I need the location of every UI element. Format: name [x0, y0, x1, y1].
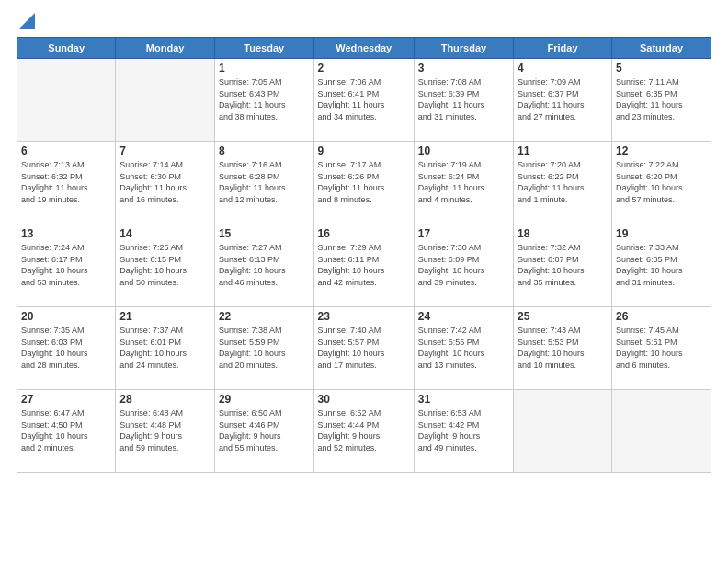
day-number: 8 [219, 144, 310, 157]
day-number: 20 [21, 310, 111, 323]
page: SundayMondayTuesdayWednesdayThursdayFrid… [0, 0, 728, 563]
day-detail: Sunrise: 7:25 AM Sunset: 6:15 PM Dayligh… [119, 242, 210, 288]
calendar-cell: 17Sunrise: 7:30 AM Sunset: 6:09 PM Dayli… [414, 224, 513, 307]
week-row-4: 20Sunrise: 7:35 AM Sunset: 6:03 PM Dayli… [17, 307, 711, 390]
day-detail: Sunrise: 7:20 AM Sunset: 6:22 PM Dayligh… [518, 159, 608, 205]
weekday-header-sunday: Sunday [17, 38, 116, 59]
day-detail: Sunrise: 6:47 AM Sunset: 4:50 PM Dayligh… [21, 408, 111, 454]
day-number: 30 [318, 393, 410, 406]
header [17, 17, 711, 29]
day-detail: Sunrise: 7:16 AM Sunset: 6:28 PM Dayligh… [219, 159, 310, 205]
day-number: 13 [21, 227, 111, 240]
day-detail: Sunrise: 7:32 AM Sunset: 6:07 PM Dayligh… [518, 242, 608, 288]
day-number: 27 [21, 393, 111, 406]
day-detail: Sunrise: 7:19 AM Sunset: 6:24 PM Dayligh… [418, 159, 509, 205]
day-number: 16 [318, 227, 410, 240]
calendar-cell [611, 390, 711, 473]
calendar-cell: 22Sunrise: 7:38 AM Sunset: 5:59 PM Dayli… [214, 307, 313, 390]
calendar-cell: 15Sunrise: 7:27 AM Sunset: 6:13 PM Dayli… [214, 224, 313, 307]
day-number: 7 [119, 144, 210, 157]
day-detail: Sunrise: 7:40 AM Sunset: 5:57 PM Dayligh… [318, 325, 410, 371]
calendar-cell: 4Sunrise: 7:09 AM Sunset: 6:37 PM Daylig… [514, 59, 612, 142]
day-number: 15 [219, 227, 310, 240]
day-detail: Sunrise: 7:33 AM Sunset: 6:05 PM Dayligh… [616, 242, 707, 288]
weekday-header-saturday: Saturday [611, 38, 711, 59]
calendar-cell [17, 59, 116, 142]
calendar-cell: 24Sunrise: 7:42 AM Sunset: 5:55 PM Dayli… [414, 307, 513, 390]
day-detail: Sunrise: 7:37 AM Sunset: 6:01 PM Dayligh… [119, 325, 210, 371]
calendar-cell: 1Sunrise: 7:05 AM Sunset: 6:43 PM Daylig… [214, 59, 313, 142]
day-detail: Sunrise: 7:14 AM Sunset: 6:30 PM Dayligh… [119, 159, 210, 205]
day-detail: Sunrise: 7:45 AM Sunset: 5:51 PM Dayligh… [616, 325, 707, 371]
day-number: 9 [318, 144, 410, 157]
calendar-cell: 7Sunrise: 7:14 AM Sunset: 6:30 PM Daylig… [116, 142, 215, 224]
calendar-cell [116, 59, 215, 142]
week-row-2: 6Sunrise: 7:13 AM Sunset: 6:32 PM Daylig… [17, 142, 711, 224]
day-detail: Sunrise: 7:43 AM Sunset: 5:53 PM Dayligh… [518, 325, 608, 371]
svg-marker-0 [18, 13, 35, 29]
logo-icon [18, 13, 35, 29]
day-detail: Sunrise: 6:52 AM Sunset: 4:44 PM Dayligh… [318, 408, 410, 454]
calendar-cell: 8Sunrise: 7:16 AM Sunset: 6:28 PM Daylig… [214, 142, 313, 224]
day-number: 6 [21, 144, 111, 157]
day-number: 18 [518, 227, 608, 240]
day-detail: Sunrise: 7:22 AM Sunset: 6:20 PM Dayligh… [616, 159, 707, 205]
day-detail: Sunrise: 7:29 AM Sunset: 6:11 PM Dayligh… [318, 242, 410, 288]
day-detail: Sunrise: 7:13 AM Sunset: 6:32 PM Dayligh… [21, 159, 111, 205]
calendar-cell: 25Sunrise: 7:43 AM Sunset: 5:53 PM Dayli… [514, 307, 612, 390]
day-detail: Sunrise: 7:27 AM Sunset: 6:13 PM Dayligh… [219, 242, 310, 288]
calendar-cell: 27Sunrise: 6:47 AM Sunset: 4:50 PM Dayli… [17, 390, 116, 473]
day-number: 22 [219, 310, 310, 323]
calendar-cell: 9Sunrise: 7:17 AM Sunset: 6:26 PM Daylig… [313, 142, 414, 224]
calendar-cell: 10Sunrise: 7:19 AM Sunset: 6:24 PM Dayli… [414, 142, 513, 224]
weekday-header-tuesday: Tuesday [214, 38, 313, 59]
calendar-cell: 31Sunrise: 6:53 AM Sunset: 4:42 PM Dayli… [414, 390, 513, 473]
calendar-cell: 11Sunrise: 7:20 AM Sunset: 6:22 PM Dayli… [514, 142, 612, 224]
day-number: 23 [318, 310, 410, 323]
calendar-cell: 20Sunrise: 7:35 AM Sunset: 6:03 PM Dayli… [17, 307, 116, 390]
week-row-3: 13Sunrise: 7:24 AM Sunset: 6:17 PM Dayli… [17, 224, 711, 307]
calendar-cell: 6Sunrise: 7:13 AM Sunset: 6:32 PM Daylig… [17, 142, 116, 224]
day-detail: Sunrise: 6:50 AM Sunset: 4:46 PM Dayligh… [219, 408, 310, 454]
day-detail: Sunrise: 7:24 AM Sunset: 6:17 PM Dayligh… [21, 242, 111, 288]
calendar-cell: 5Sunrise: 7:11 AM Sunset: 6:35 PM Daylig… [611, 59, 711, 142]
weekday-header-wednesday: Wednesday [313, 38, 414, 59]
day-number: 4 [518, 62, 608, 75]
calendar-cell: 3Sunrise: 7:08 AM Sunset: 6:39 PM Daylig… [414, 59, 513, 142]
day-detail: Sunrise: 7:38 AM Sunset: 5:59 PM Dayligh… [219, 325, 310, 371]
calendar-cell: 19Sunrise: 7:33 AM Sunset: 6:05 PM Dayli… [611, 224, 711, 307]
calendar-cell: 13Sunrise: 7:24 AM Sunset: 6:17 PM Dayli… [17, 224, 116, 307]
day-detail: Sunrise: 7:30 AM Sunset: 6:09 PM Dayligh… [418, 242, 509, 288]
day-number: 21 [119, 310, 210, 323]
week-row-5: 27Sunrise: 6:47 AM Sunset: 4:50 PM Dayli… [17, 390, 711, 473]
day-number: 10 [418, 144, 509, 157]
day-detail: Sunrise: 7:42 AM Sunset: 5:55 PM Dayligh… [418, 325, 509, 371]
day-number: 12 [616, 144, 707, 157]
day-number: 26 [616, 310, 707, 323]
day-detail: Sunrise: 7:35 AM Sunset: 6:03 PM Dayligh… [21, 325, 111, 371]
calendar-cell: 14Sunrise: 7:25 AM Sunset: 6:15 PM Dayli… [116, 224, 215, 307]
calendar-cell: 30Sunrise: 6:52 AM Sunset: 4:44 PM Dayli… [313, 390, 414, 473]
day-number: 11 [518, 144, 608, 157]
day-number: 2 [318, 62, 410, 75]
calendar-cell: 29Sunrise: 6:50 AM Sunset: 4:46 PM Dayli… [214, 390, 313, 473]
calendar-cell [514, 390, 612, 473]
day-number: 1 [219, 62, 310, 75]
day-number: 24 [418, 310, 509, 323]
day-number: 29 [219, 393, 310, 406]
logo [17, 17, 35, 29]
calendar-cell: 18Sunrise: 7:32 AM Sunset: 6:07 PM Dayli… [514, 224, 612, 307]
week-row-1: 1Sunrise: 7:05 AM Sunset: 6:43 PM Daylig… [17, 59, 711, 142]
calendar-table: SundayMondayTuesdayWednesdayThursdayFrid… [17, 37, 711, 473]
day-number: 25 [518, 310, 608, 323]
day-detail: Sunrise: 7:11 AM Sunset: 6:35 PM Dayligh… [616, 76, 707, 122]
calendar-cell: 23Sunrise: 7:40 AM Sunset: 5:57 PM Dayli… [313, 307, 414, 390]
day-detail: Sunrise: 7:05 AM Sunset: 6:43 PM Dayligh… [219, 76, 310, 122]
calendar-cell: 21Sunrise: 7:37 AM Sunset: 6:01 PM Dayli… [116, 307, 215, 390]
weekday-header-row: SundayMondayTuesdayWednesdayThursdayFrid… [17, 38, 711, 59]
day-number: 19 [616, 227, 707, 240]
day-number: 3 [418, 62, 509, 75]
day-detail: Sunrise: 7:08 AM Sunset: 6:39 PM Dayligh… [418, 76, 509, 122]
day-number: 28 [119, 393, 210, 406]
day-detail: Sunrise: 7:06 AM Sunset: 6:41 PM Dayligh… [318, 76, 410, 122]
